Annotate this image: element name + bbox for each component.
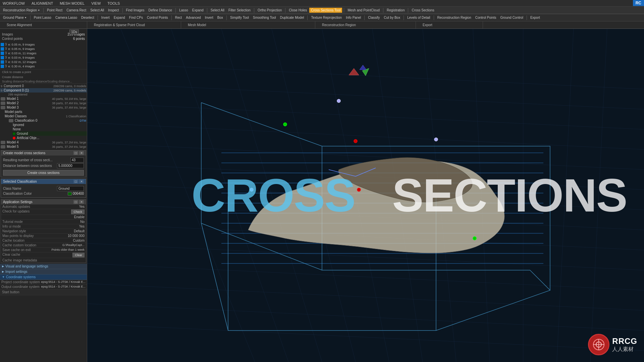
menu-alignment[interactable]: ALIGNMENT xyxy=(30,1,54,5)
export-btn[interactable]: Export xyxy=(529,15,542,20)
ground-row[interactable]: Ground xyxy=(12,131,87,136)
component-0-row[interactable]: 9 Component 0 299/299 cams, 0 models xyxy=(0,84,87,88)
cp-detail-4: e: 0.03 m, 9 images xyxy=(8,56,35,59)
check-updates-btn[interactable]: Check xyxy=(71,209,85,214)
registration-btn[interactable]: Registration xyxy=(385,8,406,13)
cp-checkbox-5[interactable] xyxy=(1,60,4,64)
cp-item-3[interactable]: 9 e: 0.03 m, 11 images xyxy=(0,51,87,55)
none-row[interactable]: None xyxy=(12,127,87,131)
expand2-btn[interactable]: Expand xyxy=(112,15,127,20)
ground-plane-dropdown[interactable]: Ground Plane ▼ xyxy=(1,15,29,20)
lasso-btn[interactable]: Lasso xyxy=(177,8,190,13)
model4-eye[interactable] xyxy=(1,141,5,144)
cp-item-2[interactable]: 9 e: 0.05 m, 9 images xyxy=(0,47,87,51)
control-points-btn[interactable]: Control Points xyxy=(145,15,170,20)
class-name-input[interactable] xyxy=(57,186,84,191)
model3-row[interactable]: Model 3 36 parts, 37.4M tris, large xyxy=(0,105,87,110)
class-panel-close[interactable]: × xyxy=(79,180,84,183)
control-points2-btn[interactable]: Control Points xyxy=(474,15,498,20)
distance-input[interactable] xyxy=(57,163,84,168)
filter-selection-btn[interactable]: Filter Selection xyxy=(227,8,252,13)
project-coord-value: epsg:5514 - S-JTSK / Krovak E... xyxy=(41,280,86,284)
app-settings-maximize[interactable]: □ xyxy=(73,200,78,204)
cp-num-5: 9 xyxy=(5,60,7,64)
cp-item-4[interactable]: 9 e: 0.03 m, 9 images xyxy=(0,55,87,60)
model1-row[interactable]: Model 1 40 parts, 50.1M tris, large xyxy=(0,97,87,101)
mesh-pointcloud-btn[interactable]: Mesh and PointCloud xyxy=(346,8,381,13)
artificial-row[interactable]: Artificial Obje... xyxy=(12,136,87,140)
camera-rect-btn[interactable]: Camera Rect xyxy=(65,8,88,13)
cp-item-5[interactable]: 9 e: 0.02 m, 12 images xyxy=(0,60,87,64)
model5-row[interactable]: Model 5 36 parts, 37.2M tris, large xyxy=(0,144,87,149)
model3-eye[interactable] xyxy=(1,106,5,109)
texture-reprojection-btn[interactable]: Texture Reprojection xyxy=(309,15,343,20)
menu-workflow[interactable]: WORKFLOW xyxy=(1,1,26,5)
cp-checkbox-3[interactable] xyxy=(1,52,4,55)
cp-checkbox-2[interactable] xyxy=(1,47,4,51)
reconstruction-region-dropdown[interactable]: Reconstruction Region ▼ xyxy=(1,8,42,13)
cp-item-6[interactable]: 9 e: 0.30 m, 4 images xyxy=(0,64,87,68)
select-all2-btn[interactable]: Select All xyxy=(209,8,226,13)
cp-checkbox-6[interactable] xyxy=(1,65,4,68)
max-points-row: Max points to display 10 000 000 xyxy=(1,234,86,238)
model2-row[interactable]: Model 2 38 parts, 37.4M tris, large xyxy=(0,101,87,105)
import-settings-label: Import settings xyxy=(5,270,28,274)
find-cps-btn[interactable]: Find CPs xyxy=(127,15,145,20)
inspect-btn[interactable]: Inspect xyxy=(106,8,120,13)
define-distance-btn[interactable]: Define Distance xyxy=(147,8,174,13)
ortho-projection-btn[interactable]: Ortho Projection xyxy=(256,8,283,13)
close-holes-btn[interactable]: Close Holes xyxy=(287,8,309,13)
smoothing-tool-btn[interactable]: Smoothing Tool xyxy=(251,15,278,20)
visual-language-header[interactable]: ▶ Visual and language settings xyxy=(0,264,87,269)
cp-checkbox-4[interactable] xyxy=(1,56,4,59)
coordinate-systems-header[interactable]: ▼ Coordinate systems xyxy=(0,275,87,280)
invert-btn[interactable]: Invert xyxy=(100,15,111,20)
menu-tools[interactable]: TOOLS xyxy=(106,1,121,5)
info-panel-btn[interactable]: Info Panel xyxy=(344,15,363,20)
expand-btn[interactable]: Expand xyxy=(191,8,205,13)
ignored-row[interactable]: Ignored xyxy=(12,123,87,127)
component-0-1-row[interactable]: 9 Component 0 (1) 299/299 cams, 5 models xyxy=(0,88,87,93)
reconstruction-region2-btn[interactable]: Reconstruction Region xyxy=(436,15,473,20)
model-classes-row[interactable]: Model Classes 1 Classification xyxy=(4,114,87,118)
deselect-btn[interactable]: Deselect xyxy=(79,15,96,20)
menu-mesh-model[interactable]: MESH MODEL xyxy=(58,1,86,5)
duplicate-model-btn[interactable]: Duplicate Model xyxy=(278,15,306,20)
box-btn[interactable]: Box xyxy=(216,15,225,20)
rect-btn[interactable]: Rect xyxy=(173,15,184,20)
create-cross-sections-btn[interactable]: Create cross sections xyxy=(3,170,84,176)
classification0-row[interactable]: Classification 0 DTM xyxy=(8,118,87,123)
find-images-btn[interactable]: Find Images xyxy=(124,8,146,13)
advanced-btn[interactable]: Advanced xyxy=(184,15,202,20)
model4-row[interactable]: Model 4 36 parts, 37.2M tris, large xyxy=(0,140,87,144)
class-color-swatch[interactable] xyxy=(68,192,72,195)
clear-cache-btn[interactable]: Clear xyxy=(72,253,85,257)
cross-sections-tool-btn[interactable]: Cross Sections Tool xyxy=(309,8,342,13)
import-settings-header[interactable]: ▶ Import settings xyxy=(0,269,87,275)
cross-panel-close[interactable]: × xyxy=(79,151,84,155)
control-points-label: Control points xyxy=(2,37,73,41)
point-lasso-btn[interactable]: Point Lasso xyxy=(32,15,53,20)
model-parts-row[interactable]: Model parts xyxy=(4,110,87,114)
classification0-eye[interactable] xyxy=(9,119,13,122)
cp-item-1[interactable]: 9 e: 0.05 m, 9 images xyxy=(0,42,87,47)
cp-checkbox-1[interactable] xyxy=(1,43,4,46)
cut-by-box-btn[interactable]: Cut by Box xyxy=(382,15,402,20)
cross-sections-btn[interactable]: Cross Sections xyxy=(410,8,436,13)
cross-panel-maximize[interactable]: □ xyxy=(73,151,78,155)
ground-control-btn[interactable]: Ground Control xyxy=(499,15,525,20)
class-panel-maximize[interactable]: □ xyxy=(73,180,78,183)
point-rect-btn[interactable]: Point Rect xyxy=(45,8,64,13)
model2-eye[interactable] xyxy=(1,102,5,105)
levels-of-detail-btn[interactable]: Levels of Detail xyxy=(406,15,432,20)
model1-eye[interactable] xyxy=(1,97,5,101)
invert2-btn[interactable]: Invert xyxy=(203,15,215,20)
app-settings-close[interactable]: × xyxy=(79,200,84,204)
simplify-tool-btn[interactable]: Simplify Tool xyxy=(228,15,251,20)
menu-view[interactable]: VIEW xyxy=(90,1,102,5)
classify-btn[interactable]: Classify xyxy=(366,15,381,20)
resulting-count-input[interactable] xyxy=(70,158,84,163)
select-all-btn[interactable]: Select All xyxy=(89,8,106,13)
model5-eye[interactable] xyxy=(1,145,5,148)
camera-lasso-btn[interactable]: Camera Lasso xyxy=(54,15,79,20)
